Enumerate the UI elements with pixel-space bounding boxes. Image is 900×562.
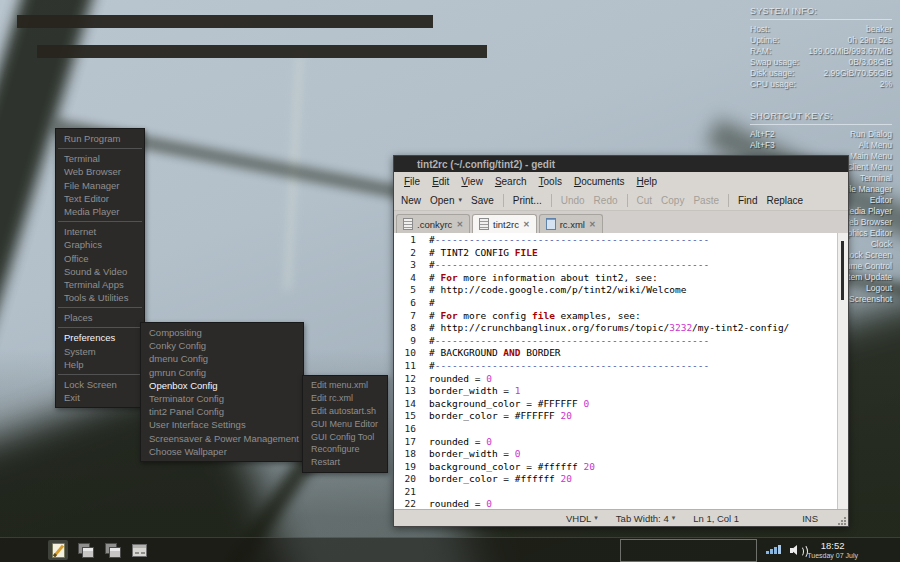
- replace-button[interactable]: Replace: [766, 195, 803, 206]
- conky-stat-row: RAM:199.06MiB/993.67MiB: [750, 46, 892, 57]
- menu-tools[interactable]: Tools: [533, 174, 568, 189]
- menu-documents[interactable]: Documents: [568, 174, 631, 189]
- code-line: border_width = 1: [429, 385, 848, 398]
- menu-item-help[interactable]: Help: [56, 358, 144, 371]
- line-number: 9: [394, 335, 416, 348]
- code-line: # TINT2 CONFIG FILE: [429, 247, 848, 260]
- code-token: more config: [458, 310, 532, 321]
- submenu-item-dmenu-config[interactable]: dmenu Config: [141, 352, 303, 365]
- preferences-submenu: CompositingConky Configdmenu Configgmrun…: [140, 322, 304, 462]
- window-titlebar[interactable]: tint2rc (~/.config/tint2) - gedit: [394, 156, 848, 172]
- menu-item-preferences[interactable]: Preferences: [56, 331, 144, 344]
- code-line: border_color = #FFFFFF 20: [429, 410, 848, 423]
- submenu-item-gmrun-config[interactable]: gmrun Config: [141, 366, 303, 379]
- code-line: #---------------------------------------…: [429, 360, 848, 373]
- taskbar-clock: 18:52 Tuesday 07 July: [807, 541, 858, 561]
- editor-scrollbar[interactable]: [837, 233, 848, 509]
- tab-tint2rc[interactable]: tint2rc✕: [472, 214, 537, 233]
- conky-stat-label: Disk usage:: [750, 68, 794, 79]
- toolbar-separator: [728, 194, 729, 207]
- text-editor-area[interactable]: 12345678910111213141516171819202122 #---…: [394, 233, 848, 509]
- menu-edit[interactable]: Edit: [426, 174, 455, 189]
- volume-icon[interactable]: [790, 543, 806, 557]
- code-line: border_width = 0: [429, 448, 848, 461]
- menu-item-lock-screen[interactable]: Lock Screen: [56, 378, 144, 391]
- menu-view[interactable]: View: [455, 174, 489, 189]
- code-token: For: [440, 310, 457, 321]
- resize-grip[interactable]: [838, 516, 847, 525]
- code-token: 0: [486, 498, 492, 509]
- menu-help[interactable]: Help: [631, 174, 664, 189]
- menu-search[interactable]: Search: [489, 174, 533, 189]
- menu-item-media-player[interactable]: Media Player: [56, 205, 144, 218]
- menu-item-graphics[interactable]: Graphics: [56, 238, 144, 251]
- menu-item-run-program[interactable]: Run Program: [56, 132, 144, 145]
- menu-item-exit[interactable]: Exit: [56, 391, 144, 404]
- taskbar-item-window[interactable]: [102, 540, 122, 560]
- menu-file[interactable]: File: [398, 174, 426, 189]
- openbox-config-item-gui-config-tool[interactable]: GUI Config Tool: [303, 431, 387, 444]
- submenu-item-conky-config[interactable]: Conky Config: [141, 339, 303, 352]
- menu-item-sound-video[interactable]: Sound & Video: [56, 265, 144, 278]
- new-button[interactable]: New: [401, 195, 421, 206]
- menu-item-web-browser[interactable]: Web Browser: [56, 165, 144, 178]
- window-title: tint2rc (~/.config/tint2) - gedit: [417, 159, 555, 170]
- submenu-item-terminator-config[interactable]: Terminator Config: [141, 392, 303, 405]
- openbox-config-item-edit-autostart-sh[interactable]: Edit autostart.sh: [303, 405, 387, 418]
- openbox-config-item-reconfigure[interactable]: Reconfigure: [303, 443, 387, 456]
- tab-conkyrc[interactable]: .conkyrc✕: [396, 214, 470, 233]
- conky-shortcut-row: Alt+F2Run Dialog: [750, 129, 892, 140]
- line-number: 13: [394, 385, 416, 398]
- code-line: rounded = 0: [429, 498, 848, 509]
- code-token: ----------------------------------------…: [435, 234, 710, 245]
- tab-rc-xml[interactable]: rc.xml✕: [539, 214, 603, 233]
- openbox-config-item-restart[interactable]: Restart: [303, 456, 387, 469]
- code-token: BORDER: [521, 347, 561, 358]
- submenu-item-openbox-config[interactable]: Openbox Config: [141, 379, 303, 392]
- menu-item-tools-utilities[interactable]: Tools & Utilities: [56, 291, 144, 304]
- submenu-item-user-interface-settings[interactable]: User Interface Settings: [141, 418, 303, 431]
- line-number: 1: [394, 234, 416, 247]
- tab-label: .conkyrc: [417, 219, 452, 230]
- close-icon[interactable]: ✕: [589, 220, 596, 229]
- taskbar-item-gedit[interactable]: [48, 540, 68, 560]
- conky-stat-value: beaker: [866, 24, 892, 35]
- code-token: ----------------------------------------…: [435, 335, 710, 346]
- undo-button: Undo: [561, 195, 585, 206]
- code-token: ----------------------------------------…: [435, 259, 710, 270]
- language-selector[interactable]: VHDL ▾: [566, 513, 598, 524]
- code-token: #: [429, 297, 435, 308]
- openbox-config-item-edit-rc-xml[interactable]: Edit rc.xml: [303, 392, 387, 405]
- close-icon[interactable]: ✕: [456, 220, 463, 229]
- find-button[interactable]: Find: [738, 195, 757, 206]
- menu-item-system[interactable]: System: [56, 345, 144, 358]
- menu-item-file-manager[interactable]: File Manager: [56, 179, 144, 192]
- network-signal-icon[interactable]: [766, 545, 781, 554]
- scrollbar-thumb[interactable]: [841, 241, 844, 300]
- line-number: 3: [394, 259, 416, 272]
- menu-item-terminal[interactable]: Terminal: [56, 152, 144, 165]
- menu-item-internet[interactable]: Internet: [56, 225, 144, 238]
- tab-width-selector[interactable]: Tab Width: 4 ▾: [616, 513, 675, 524]
- menu-item-places[interactable]: Places: [56, 311, 144, 324]
- menu-item-office[interactable]: Office: [56, 252, 144, 265]
- openbox-config-item-gui-menu-editor[interactable]: GUI Menu Editor: [303, 418, 387, 431]
- submenu-item-choose-wallpaper[interactable]: Choose Wallpaper: [141, 445, 303, 458]
- code-line: # BACKGROUND AND BORDER: [429, 347, 848, 360]
- code-token: border_color = #FFFFFF: [429, 410, 561, 421]
- submenu-item-tint2-panel-config[interactable]: tint2 Panel Config: [141, 405, 303, 418]
- menu-item-terminal-apps[interactable]: Terminal Apps: [56, 278, 144, 291]
- chevron-down-icon[interactable]: ▾: [458, 196, 462, 204]
- taskbar-item-window[interactable]: [75, 540, 95, 560]
- menu-separator: [58, 148, 142, 149]
- close-icon[interactable]: ✕: [523, 220, 530, 229]
- menu-item-text-editor[interactable]: Text Editor: [56, 192, 144, 205]
- submenu-item-compositing[interactable]: Compositing: [141, 326, 303, 339]
- taskbar-item-dialog[interactable]: [129, 540, 149, 560]
- print-button[interactable]: Print...: [513, 195, 542, 206]
- save-button[interactable]: Save: [471, 195, 494, 206]
- submenu-item-screensaver-power-management[interactable]: Screensaver & Power Management: [141, 432, 303, 445]
- openbox-config-item-edit-menu-xml[interactable]: Edit menu.xml: [303, 379, 387, 392]
- open-button[interactable]: Open: [430, 195, 454, 206]
- cut-button: Cut: [637, 195, 653, 206]
